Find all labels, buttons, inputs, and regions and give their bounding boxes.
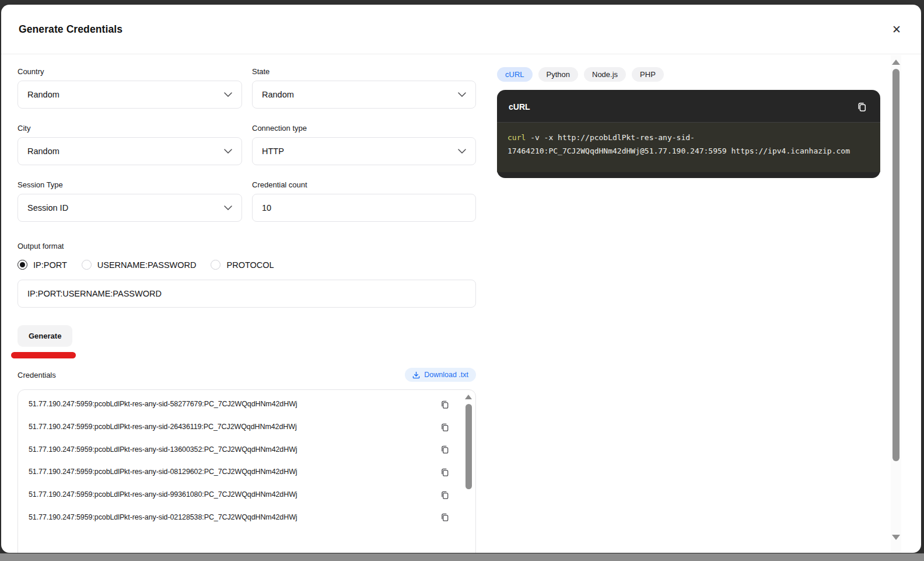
copy-icon[interactable] <box>439 511 451 523</box>
copy-icon[interactable] <box>439 443 451 455</box>
output-format-options: IP:PORT USERNAME:PASSWORD PROTOCOL <box>18 260 476 270</box>
connection-type-label: Connection type <box>252 124 476 133</box>
credential-text: 51.77.190.247:5959:pcobLdlPkt-res-any-si… <box>29 423 297 431</box>
code-keyword: curl <box>508 133 526 142</box>
field-connection-type: Connection type HTTP <box>252 124 476 165</box>
output-format-label: Output format <box>18 242 476 250</box>
tab-nodejs[interactable]: Node.js <box>584 67 626 82</box>
radio-icon <box>18 260 27 270</box>
copy-icon[interactable] <box>439 489 451 501</box>
copy-icon[interactable] <box>439 466 451 478</box>
code-card-title: cURL <box>509 102 530 111</box>
city-select-value: Random <box>27 147 60 156</box>
code-card: cURL curl -v -x http://pcobLdlPkt-res-an… <box>497 90 880 178</box>
field-city: City Random <box>18 124 242 165</box>
code-text: -v -x http://pcobLdlPkt-res-any-sid-1746… <box>508 133 850 155</box>
modal-header: Generate Credentials ✕ <box>1 5 921 54</box>
credential-text: 51.77.190.247:5959:pcobLdlPkt-res-any-si… <box>29 513 298 521</box>
scroll-down-icon[interactable] <box>892 535 900 540</box>
field-session-type: Session Type Session ID <box>18 180 242 222</box>
generate-credentials-modal: Generate Credentials ✕ Country Random St… <box>1 5 921 553</box>
credential-text: 51.77.190.247:5959:pcobLdlPkt-res-any-si… <box>29 445 298 454</box>
state-label: State <box>252 67 476 76</box>
tab-curl[interactable]: cURL <box>497 67 533 82</box>
tab-php[interactable]: PHP <box>632 67 664 82</box>
page-title: Generate Credentials <box>19 23 123 36</box>
download-txt-label: Download .txt <box>424 371 468 379</box>
credentials-list: 51.77.190.247:5959:pcobLdlPkt-res-any-si… <box>18 389 476 553</box>
credential-row: 51.77.190.247:5959:pcobLdlPkt-res-any-si… <box>18 461 475 483</box>
chevron-down-icon <box>458 92 466 97</box>
copy-icon[interactable] <box>439 421 451 433</box>
credential-row: 51.77.190.247:5959:pcobLdlPkt-res-any-si… <box>18 393 475 416</box>
credentials-scrollbar[interactable] <box>464 393 473 553</box>
credential-row: 51.77.190.247:5959:pcobLdlPkt-res-any-si… <box>18 438 475 461</box>
credential-count-input[interactable] <box>262 203 466 212</box>
radio-protocol[interactable]: PROTOCOL <box>211 260 274 270</box>
chevron-down-icon <box>224 205 232 210</box>
scroll-up-icon[interactable] <box>465 395 472 399</box>
credential-row: 51.77.190.247:5959:pcobLdlPkt-res-any-si… <box>18 416 475 438</box>
scrollbar-thumb[interactable] <box>466 404 472 489</box>
annotation-red-underline <box>11 352 76 358</box>
credential-count-label: Credential count <box>252 180 476 189</box>
tab-python[interactable]: Python <box>538 67 578 82</box>
chevron-down-icon <box>224 149 232 154</box>
radio-ip-port[interactable]: IP:PORT <box>18 260 67 270</box>
fields-grid: Country Random State Random City <box>18 67 476 237</box>
state-select[interactable]: Random <box>252 81 476 109</box>
radio-username-password[interactable]: USERNAME:PASSWORD <box>82 260 197 270</box>
code-tabs: cURL Python Node.js PHP <box>497 67 880 82</box>
copy-icon[interactable] <box>439 398 451 410</box>
field-state: State Random <box>252 67 476 109</box>
session-type-select[interactable]: Session ID <box>18 194 242 222</box>
session-type-label: Session Type <box>18 180 242 189</box>
country-label: Country <box>18 67 242 76</box>
download-icon <box>412 371 420 379</box>
connection-type-select[interactable]: HTTP <box>252 137 476 165</box>
backdrop-bottom-strip <box>0 553 924 561</box>
scroll-up-icon[interactable] <box>892 60 900 65</box>
radio-icon <box>211 260 220 270</box>
radio-username-password-label: USERNAME:PASSWORD <box>97 260 197 270</box>
credential-text: 51.77.190.247:5959:pcobLdlPkt-res-any-si… <box>29 468 298 476</box>
country-select-value: Random <box>27 90 60 99</box>
modal-content: Country Random State Random City <box>1 54 921 553</box>
chevron-down-icon <box>224 92 232 97</box>
city-select[interactable]: Random <box>18 137 242 165</box>
credential-text: 51.77.190.247:5959:pcobLdlPkt-res-any-si… <box>29 400 298 408</box>
credential-row: 51.77.190.247:5959:pcobLdlPkt-res-any-si… <box>18 483 475 506</box>
field-country: Country Random <box>18 67 242 109</box>
close-icon[interactable]: ✕ <box>890 22 904 37</box>
radio-protocol-label: PROTOCOL <box>226 260 274 270</box>
radio-icon <box>82 260 92 270</box>
credentials-heading: Credentials <box>18 371 56 379</box>
code-block: curl -v -x http://pcobLdlPkt-res-any-sid… <box>497 123 880 172</box>
code-card-header: cURL <box>497 90 880 123</box>
credential-row: 51.77.190.247:5959:pcobLdlPkt-res-any-si… <box>18 506 475 528</box>
format-input[interactable] <box>27 289 466 298</box>
generate-button[interactable]: Generate <box>18 325 72 347</box>
copy-icon[interactable] <box>855 100 869 113</box>
country-select[interactable]: Random <box>18 81 242 109</box>
session-type-select-value: Session ID <box>27 203 68 212</box>
form-column: Country Random State Random City <box>18 67 476 553</box>
code-column: cURL Python Node.js PHP cURL curl -v -x … <box>497 67 880 553</box>
download-txt-button[interactable]: Download .txt <box>405 368 476 382</box>
credential-text: 51.77.190.247:5959:pcobLdlPkt-res-any-si… <box>29 490 298 499</box>
chevron-down-icon <box>458 149 466 154</box>
field-credential-count: Credential count <box>252 180 476 222</box>
city-label: City <box>18 124 242 133</box>
state-select-value: Random <box>262 90 294 99</box>
radio-ip-port-label: IP:PORT <box>33 260 67 270</box>
connection-type-select-value: HTTP <box>262 147 284 156</box>
modal-scrollbar[interactable] <box>891 55 901 553</box>
format-box <box>18 280 476 308</box>
credential-count-box <box>252 194 476 222</box>
credentials-header: Credentials Download .txt <box>18 368 476 382</box>
scrollbar-thumb[interactable] <box>892 69 900 461</box>
